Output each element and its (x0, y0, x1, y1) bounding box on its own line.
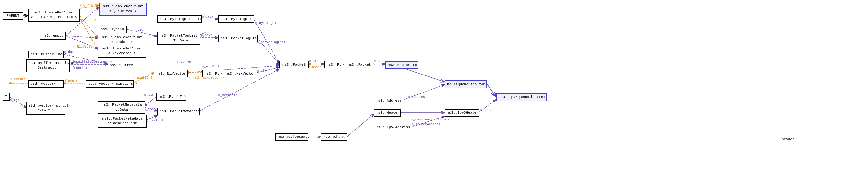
svg-line-58 (403, 85, 444, 100)
node-nixvector: ns3::NixVector (154, 70, 188, 77)
node-address: ns3::Address (374, 97, 404, 104)
node-queueitem: ns3::QueueItem (385, 61, 418, 69)
node-vector-uint32: std::vector< uint32_t > (86, 80, 133, 88)
svg-line-46 (146, 116, 157, 120)
diagram-container: < QueueItem > < Packet > tid next m_data… (0, 0, 868, 195)
svg-text:m_nixVector: m_nixVector (202, 65, 223, 68)
svg-text:m_ptr: m_ptr (309, 59, 318, 63)
svg-text:< uint32_t >: < uint32_t > (133, 76, 156, 80)
node-buffer: ns3::Buffer (107, 62, 133, 69)
svg-line-6 (66, 36, 98, 38)
svg-line-57 (486, 83, 496, 97)
svg-text:m_address: m_address (408, 95, 425, 99)
node-buffer-localstatic: ns3::Buffer::LocalStaticDestructor (26, 59, 70, 72)
node-ipv6queuediscitem: ns3::Ipv6QueueDiscItem (496, 93, 547, 101)
arrows-svg: < QueueItem > < Packet > tid next m_data… (0, 0, 868, 195)
node-PARENT: PARENT (3, 12, 24, 20)
node-vector-t: std::vector< T > (28, 80, 64, 88)
node-vector-struct: std::vector< structData * > (26, 102, 65, 115)
svg-text:m_data: m_data (144, 108, 155, 111)
svg-line-44 (145, 107, 157, 111)
svg-line-40 (9, 97, 26, 108)
svg-text:m_buffer: m_buffer (177, 60, 192, 64)
svg-text:elements: elements (10, 78, 26, 81)
node-simplerefcount-nixvector: ns3::SimpleRefCount< NixVector > (98, 45, 146, 57)
node-packettaglist-tagdata: ns3::PacketTagList::TagData (157, 32, 200, 45)
node-T: T (3, 93, 10, 101)
svg-text:elements: elements (64, 79, 80, 83)
node-buffer-data: ns3::Buffer::Data (28, 51, 64, 58)
node-packetmetadata: ns3::PacketMetadata (157, 108, 200, 115)
node-packetmetadata-data: ns3::PacketMetadata::Data (98, 101, 146, 114)
node-ptr-nixvector: ns3::Ptr< ns3::NixVector > (202, 70, 257, 77)
node-simplerefcount-packet: ns3::SimpleRefCount< Packet > (98, 34, 146, 46)
node-objectbase: ns3::ObjectBase (275, 133, 309, 141)
node-chunk: ns3::Chunk (321, 133, 347, 141)
node-ipv6address: ns3::Ipv6Address (374, 124, 412, 131)
svg-line-1 (80, 6, 99, 8)
svg-line-3 (80, 16, 98, 38)
svg-line-67 (347, 114, 374, 137)
svg-line-32 (257, 67, 279, 73)
svg-text:m_ptr: m_ptr (10, 99, 19, 102)
node-header: ns3::Header (374, 109, 401, 117)
svg-text:m_packetTagList: m_packetTagList (257, 41, 286, 44)
node-simplerefcount-queueitem: ns3::SimpleRefCount< QueueItem > (99, 3, 147, 16)
header-label: header (782, 138, 795, 141)
svg-line-42 (145, 97, 156, 106)
node-ptr-t: ns3::Ptr< T > (156, 93, 186, 101)
svg-text:m_data: m_data (202, 15, 213, 19)
svg-text:m_byteTagList: m_byteTagList (255, 22, 280, 25)
svg-line-63 (411, 116, 444, 127)
svg-text:m_ptr: m_ptr (145, 93, 154, 97)
node-ipv6header: ns3::Ipv6Header (444, 109, 479, 117)
node-empty: ns3::empty (40, 32, 66, 39)
svg-text:m_freeList: m_freeList (145, 119, 164, 122)
node-packet: ns3::Packet (279, 61, 309, 68)
svg-text:tid: tid (137, 28, 143, 31)
svg-text:m_header: m_header (480, 108, 495, 112)
svg-line-7 (66, 36, 98, 49)
node-typeid: ns3::TypeId (98, 26, 127, 33)
node-simplerefcount-t: ns3::SimpleRefCount< T, PARENT, DELETER … (28, 9, 80, 22)
node-bytetaglist: ns3::ByteTagList (218, 16, 254, 23)
svg-text:< NixVector >: < NixVector > (73, 45, 98, 49)
svg-text:g_freeList: g_freeList (68, 66, 88, 70)
node-packetmetadata-datafree: ns3::PacketMetadata::DataFreeList (98, 115, 147, 128)
node-ptr-packet: ns3::Ptr< ns3::Packet > (324, 61, 375, 68)
svg-text:< Packet >: < Packet > (77, 18, 96, 22)
svg-text:m_destinationAddress: m_destinationAddress (411, 118, 450, 121)
svg-line-19 (257, 37, 279, 64)
node-bytetaglistdata: ns3::ByteTagListData (157, 16, 202, 23)
node-queuediscitem: ns3::QueueDiscItem (444, 80, 487, 88)
svg-line-61 (478, 100, 496, 113)
svg-line-56 (401, 67, 444, 82)
svg-text:m_next: m_next (200, 34, 212, 37)
svg-text:m_metadata: m_metadata (218, 94, 238, 98)
node-packettaglist: ns3::PacketTagList (218, 35, 258, 42)
svg-text:m_sourceAddress: m_sourceAddress (411, 123, 440, 126)
svg-line-5 (80, 18, 98, 50)
